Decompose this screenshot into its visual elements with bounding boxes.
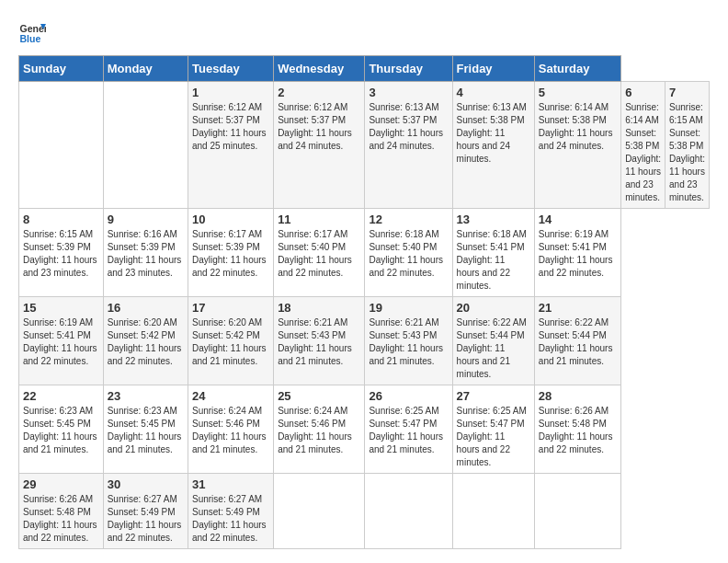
calendar-day: 3Sunrise: 6:13 AMSunset: 5:37 PMDaylight… [365,82,452,209]
calendar-day: 28Sunrise: 6:26 AMSunset: 5:48 PMDayligh… [534,385,620,474]
day-number: 28 [539,389,617,403]
calendar-day: 20Sunrise: 6:22 AMSunset: 5:44 PMDayligh… [452,297,534,385]
day-number: 7 [669,86,705,99]
day-number: 29 [23,477,99,491]
calendar-day: 27Sunrise: 6:25 AMSunset: 5:47 PMDayligh… [452,385,534,474]
day-info: Sunrise: 6:25 AMSunset: 5:47 PMDaylight:… [457,405,530,469]
day-info: Sunrise: 6:13 AMSunset: 5:38 PMDaylight:… [457,101,530,166]
day-info: Sunrise: 6:14 AMSunset: 5:38 PMDaylight:… [625,101,661,204]
day-number: 23 [108,389,184,403]
day-info: Sunrise: 6:20 AMSunset: 5:42 PMDaylight:… [108,316,184,368]
logo: General Blue [18,18,46,46]
day-info: Sunrise: 6:26 AMSunset: 5:48 PMDaylight:… [23,493,99,545]
day-info: Sunrise: 6:26 AMSunset: 5:48 PMDaylight:… [539,405,617,456]
calendar-day: 6Sunrise: 6:14 AMSunset: 5:38 PMDaylight… [621,82,665,209]
calendar-day-empty [365,474,452,549]
day-number: 6 [625,86,661,99]
calendar-day: 11Sunrise: 6:17 AMSunset: 5:40 PMDayligh… [274,209,365,297]
calendar-day: 25Sunrise: 6:24 AMSunset: 5:46 PMDayligh… [274,385,365,474]
day-number: 1 [192,86,269,99]
day-info: Sunrise: 6:19 AMSunset: 5:41 PMDaylight:… [23,316,99,368]
calendar-day: 21Sunrise: 6:22 AMSunset: 5:44 PMDayligh… [534,297,620,385]
day-number: 13 [457,213,530,226]
calendar-week-row: 22Sunrise: 6:23 AMSunset: 5:45 PMDayligh… [19,385,710,474]
day-number: 10 [192,213,269,226]
day-number: 9 [108,213,184,226]
calendar-day: 2Sunrise: 6:12 AMSunset: 5:37 PMDaylight… [274,82,365,209]
calendar-day: 18Sunrise: 6:21 AMSunset: 5:43 PMDayligh… [274,297,365,385]
day-info: Sunrise: 6:23 AMSunset: 5:45 PMDaylight:… [23,405,99,456]
calendar-week-row: 29Sunrise: 6:26 AMSunset: 5:48 PMDayligh… [19,474,710,549]
day-info: Sunrise: 6:12 AMSunset: 5:37 PMDaylight:… [192,101,269,153]
day-number: 14 [539,213,617,226]
calendar-table: SundayMondayTuesdayWednesdayThursdayFrid… [18,55,710,549]
weekday-header: Thursday [365,56,452,82]
calendar-day: 9Sunrise: 6:16 AMSunset: 5:39 PMDaylight… [103,209,188,297]
weekday-header: Monday [103,56,188,82]
calendar-day: 30Sunrise: 6:27 AMSunset: 5:49 PMDayligh… [103,474,188,549]
day-info: Sunrise: 6:21 AMSunset: 5:43 PMDaylight:… [278,316,360,368]
calendar-day: 5Sunrise: 6:14 AMSunset: 5:38 PMDaylight… [534,82,620,209]
weekday-header: Friday [452,56,534,82]
day-number: 12 [369,213,448,226]
day-number: 24 [192,389,269,403]
calendar-week-row: 8Sunrise: 6:15 AMSunset: 5:39 PMDaylight… [19,209,710,297]
page-header: General Blue [18,18,710,46]
weekday-header: Saturday [534,56,620,82]
day-info: Sunrise: 6:16 AMSunset: 5:39 PMDaylight:… [108,228,184,280]
day-number: 15 [23,301,99,315]
calendar-day: 24Sunrise: 6:24 AMSunset: 5:46 PMDayligh… [188,385,274,474]
day-info: Sunrise: 6:22 AMSunset: 5:44 PMDaylight:… [457,316,530,381]
day-number: 19 [369,301,448,315]
day-number: 4 [457,86,530,99]
day-info: Sunrise: 6:19 AMSunset: 5:41 PMDaylight:… [539,228,617,280]
calendar-day: 13Sunrise: 6:18 AMSunset: 5:41 PMDayligh… [452,209,534,297]
calendar-day-empty [274,474,365,549]
calendar-day: 14Sunrise: 6:19 AMSunset: 5:41 PMDayligh… [534,209,620,297]
day-number: 20 [457,301,530,315]
day-info: Sunrise: 6:18 AMSunset: 5:40 PMDaylight:… [369,228,448,280]
weekday-header: Tuesday [188,56,274,82]
day-info: Sunrise: 6:27 AMSunset: 5:49 PMDaylight:… [192,493,269,545]
day-info: Sunrise: 6:24 AMSunset: 5:46 PMDaylight:… [192,405,269,456]
logo-icon: General Blue [18,18,46,46]
day-number: 17 [192,301,269,315]
calendar-day: 29Sunrise: 6:26 AMSunset: 5:48 PMDayligh… [19,474,104,549]
calendar-day: 19Sunrise: 6:21 AMSunset: 5:43 PMDayligh… [365,297,452,385]
day-number: 26 [369,389,448,403]
calendar-day: 16Sunrise: 6:20 AMSunset: 5:42 PMDayligh… [103,297,188,385]
calendar-day: 4Sunrise: 6:13 AMSunset: 5:38 PMDaylight… [452,82,534,209]
calendar-day: 10Sunrise: 6:17 AMSunset: 5:39 PMDayligh… [188,209,274,297]
calendar-day: 31Sunrise: 6:27 AMSunset: 5:49 PMDayligh… [188,474,274,549]
calendar-day-empty [103,82,188,209]
day-info: Sunrise: 6:15 AMSunset: 5:38 PMDaylight:… [669,101,705,204]
day-info: Sunrise: 6:13 AMSunset: 5:37 PMDaylight:… [369,101,448,153]
day-number: 21 [539,301,617,315]
day-number: 22 [23,389,99,403]
day-number: 16 [108,301,184,315]
calendar-day: 23Sunrise: 6:23 AMSunset: 5:45 PMDayligh… [103,385,188,474]
calendar-day: 15Sunrise: 6:19 AMSunset: 5:41 PMDayligh… [19,297,104,385]
day-number: 25 [278,389,360,403]
day-info: Sunrise: 6:25 AMSunset: 5:47 PMDaylight:… [369,405,448,456]
day-number: 8 [23,213,99,226]
calendar-day-empty [19,82,104,209]
day-number: 27 [457,389,530,403]
weekday-header: Wednesday [274,56,365,82]
day-info: Sunrise: 6:18 AMSunset: 5:41 PMDaylight:… [457,228,530,293]
day-number: 31 [192,477,269,491]
day-info: Sunrise: 6:27 AMSunset: 5:49 PMDaylight:… [108,493,184,545]
calendar-day: 22Sunrise: 6:23 AMSunset: 5:45 PMDayligh… [19,385,104,474]
day-number: 3 [369,86,448,99]
calendar-day: 26Sunrise: 6:25 AMSunset: 5:47 PMDayligh… [365,385,452,474]
calendar-day: 12Sunrise: 6:18 AMSunset: 5:40 PMDayligh… [365,209,452,297]
calendar-day-empty [534,474,620,549]
day-number: 30 [108,477,184,491]
svg-text:Blue: Blue [20,33,41,44]
day-info: Sunrise: 6:21 AMSunset: 5:43 PMDaylight:… [369,316,448,368]
weekday-header: Sunday [19,56,104,82]
calendar-day: 8Sunrise: 6:15 AMSunset: 5:39 PMDaylight… [19,209,104,297]
day-number: 11 [278,213,360,226]
calendar-day-empty [452,474,534,549]
day-info: Sunrise: 6:15 AMSunset: 5:39 PMDaylight:… [23,228,99,280]
